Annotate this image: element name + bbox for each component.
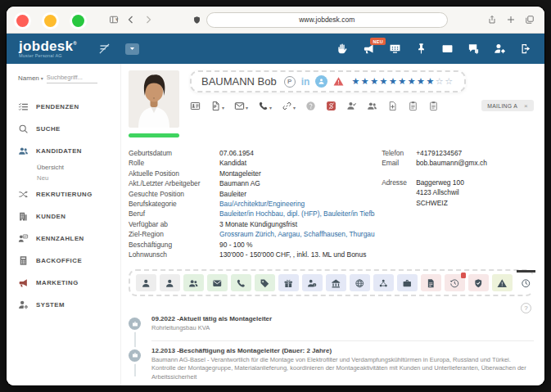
detail-label: Gesuchte Position — [129, 189, 216, 199]
star-filled-icon[interactable]: ★ — [426, 76, 435, 86]
jobs-icon — [132, 352, 138, 358]
tab-org-network[interactable] — [373, 274, 394, 291]
tab-data-protection[interactable] — [468, 274, 489, 291]
call-button[interactable]: ▾ — [258, 101, 272, 111]
pdf-export-button[interactable]: ▾ — [210, 101, 224, 111]
tab-phone[interactable] — [231, 274, 251, 291]
tab-institution[interactable] — [326, 274, 346, 291]
star-filled-icon[interactable]: ★ — [370, 76, 379, 86]
sidebar-toggle-button[interactable]: ▾ — [109, 15, 119, 25]
tab-tags[interactable] — [255, 274, 275, 291]
forward-button[interactable] — [143, 15, 153, 25]
tab-documents[interactable] — [421, 274, 441, 291]
tab-mail[interactable] — [207, 274, 228, 291]
sidebar-item-kandidaten[interactable]: KANDIDATEN — [18, 140, 120, 162]
star-empty-icon[interactable]: ☆ — [436, 76, 445, 86]
star-filled-icon[interactable]: ★ — [408, 76, 417, 86]
star-filled-icon[interactable]: ★ — [398, 76, 407, 86]
traffic-light-minimize[interactable] — [44, 15, 56, 27]
copy-profile-button[interactable] — [408, 101, 418, 111]
share-button[interactable] — [487, 15, 497, 25]
contact-card-button[interactable] — [190, 101, 201, 111]
sidebar-subitem-bersicht[interactable]: Übersicht — [18, 162, 120, 173]
search-input[interactable] — [47, 72, 97, 83]
tab-benefits[interactable] — [278, 274, 299, 291]
tab-contacts[interactable] — [183, 274, 204, 291]
star-filled-icon[interactable]: ★ — [380, 76, 389, 86]
star-filled-icon[interactable]: ★ — [389, 76, 398, 86]
assign-person-button[interactable] — [346, 101, 357, 111]
help-button[interactable] — [305, 101, 316, 111]
tab-alerts[interactable] — [492, 274, 513, 291]
email-link[interactable]: bob.baumann@gmx.ch — [416, 158, 534, 168]
header-megaphone-button[interactable]: NEU — [363, 43, 375, 55]
mailing-tag[interactable]: MAILING A× — [481, 100, 534, 111]
timeline-entry[interactable]: 12.2013 -Beschäftigung als Montageleiter… — [129, 341, 534, 385]
tab-timeline[interactable] — [516, 274, 536, 291]
tab-overview-button[interactable] — [525, 15, 535, 25]
star-empty-icon[interactable]: ☆ — [445, 76, 454, 86]
sidebar-item-system[interactable]: SYSTEM — [18, 294, 120, 316]
timeline-section: ? 09.2022 -Aktuell tätig als Montageleit… — [129, 301, 534, 385]
warning-icon[interactable] — [333, 76, 344, 87]
tab-history[interactable] — [445, 274, 465, 291]
header-logout-button[interactable] — [520, 43, 532, 55]
salary-blocked-button[interactable] — [326, 101, 336, 111]
p-badge[interactable]: P — [284, 76, 296, 88]
sidebar-item-rekrutierung[interactable]: REKRUTIERUNG — [18, 183, 120, 205]
header-mail-button[interactable] — [441, 43, 454, 55]
privacy-shield-icon[interactable] — [192, 16, 201, 25]
traffic-light-close[interactable] — [16, 15, 29, 27]
detail-label: Lohnwunsch — [129, 250, 216, 259]
send-mail-button[interactable]: ▾ — [234, 101, 248, 111]
assign-team-button[interactable] — [367, 101, 377, 111]
sidebar-item-backoffice[interactable]: BACKOFFICE — [18, 250, 120, 272]
tab-web[interactable] — [350, 274, 370, 291]
timeline-entry[interactable]: 09.2022 -Aktuell tätig als Montageleiter… — [129, 309, 534, 341]
detail-value[interactable]: Bau/Architektur/Engineering — [219, 199, 375, 209]
rating-stars[interactable]: ★★★★★★★★★☆☆ — [351, 77, 454, 86]
tab-candidate[interactable] — [136, 274, 156, 291]
phone-link[interactable]: +41791234567 — [416, 148, 534, 158]
sidebar-item-suche[interactable]: SUCHE — [18, 118, 120, 140]
header-user-settings-button[interactable] — [494, 43, 506, 55]
sidebar-item-marketing[interactable]: MARKETING — [18, 272, 120, 294]
star-filled-icon[interactable]: ★ — [417, 76, 426, 86]
traffic-light-zoom[interactable] — [72, 15, 84, 27]
close-icon[interactable]: × — [524, 102, 528, 110]
tab-signature[interactable] — [540, 274, 544, 291]
url-text: www.jobdesk.com — [299, 16, 355, 24]
dropdown-chip-button[interactable] — [125, 43, 139, 55]
detail-value[interactable]: Grossraum Zürich, Aargau, Schaffhausen, … — [219, 229, 375, 239]
candidate-icon — [318, 78, 325, 85]
copy-link-button[interactable]: ▾ — [282, 101, 296, 111]
address-bar[interactable]: www.jobdesk.com — [206, 12, 448, 28]
tab-candidate-status[interactable] — [160, 274, 180, 291]
header-pin-button[interactable] — [415, 43, 427, 55]
candidate-badges: Pin — [284, 75, 345, 88]
sidebar-item-kennzahlen[interactable]: KENNZAHLEN — [18, 228, 120, 250]
sidebar-subitem-neu[interactable]: Neu — [18, 173, 120, 183]
add-document-button[interactable] — [387, 101, 398, 111]
header-chat-question-button[interactable] — [467, 43, 480, 55]
linkedin-icon[interactable]: in — [301, 76, 310, 88]
tab-jobs[interactable] — [397, 274, 418, 291]
main-content: BAUMANN Bob Pin ★★★★★★★★★☆☆ ▾▾▾▾MAILING … — [121, 64, 544, 385]
search-icon — [18, 124, 29, 134]
sidebar-item-pendenzen[interactable]: PENDENZEN — [18, 96, 120, 118]
new-tab-button[interactable] — [506, 15, 516, 25]
detail-value[interactable]: Bauleiter/in Hochbau, dipl. (HFP), Baule… — [219, 209, 375, 219]
menu-lines-icon[interactable] — [98, 43, 111, 55]
assign-team-icon — [367, 101, 377, 111]
star-filled-icon[interactable]: ★ — [361, 76, 370, 86]
jobdesk-logo[interactable]: jobdesk® Muster Personal AG — [19, 39, 77, 59]
sidebar-item-kunden[interactable]: KUNDEN — [18, 205, 120, 228]
tab-person-info[interactable] — [302, 274, 323, 291]
name-filter-dropdown[interactable]: Namen▾ — [18, 74, 43, 82]
header-video-meeting-button[interactable] — [389, 43, 401, 55]
header-hand-button[interactable] — [336, 43, 349, 55]
star-filled-icon[interactable]: ★ — [351, 76, 360, 86]
person-badge-icon[interactable] — [315, 75, 327, 88]
copy-profile-alt-button[interactable] — [428, 101, 439, 111]
back-button[interactable] — [126, 15, 136, 25]
